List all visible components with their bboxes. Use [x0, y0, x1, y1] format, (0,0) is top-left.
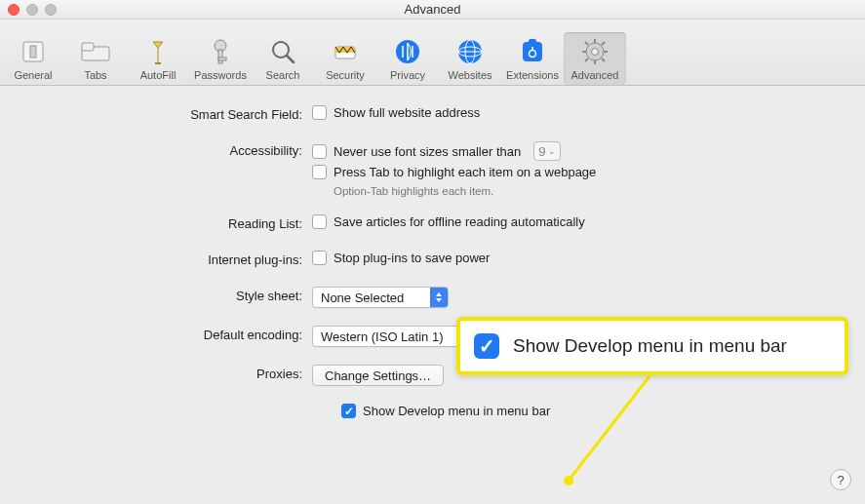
tab-security[interactable]: Security	[314, 32, 376, 85]
tab-label: Tabs	[64, 69, 127, 81]
checkbox-label: Press Tab to highlight each item on a we…	[334, 165, 596, 179]
checkbox-checked-icon	[474, 333, 499, 359]
svg-rect-5	[218, 50, 222, 63]
privacy-icon	[376, 34, 439, 69]
checkbox-label: Never use font sizes smaller than	[334, 144, 521, 159]
advanced-icon	[564, 34, 626, 69]
checkbox-label: Stop plug-ins to save power	[334, 251, 490, 265]
help-icon: ?	[837, 473, 844, 487]
zoom-window-button[interactable]	[45, 4, 57, 16]
updown-arrows-icon	[430, 288, 448, 307]
empty-label	[20, 404, 312, 406]
svg-line-29	[585, 58, 588, 61]
tab-label: Search	[252, 69, 314, 81]
svg-point-32	[564, 476, 573, 485]
button-label: Change Settings…	[325, 368, 431, 383]
tab-label: AutoFill	[127, 69, 189, 81]
passwords-icon	[189, 34, 252, 69]
tab-search[interactable]: Search	[252, 32, 314, 85]
websites-icon	[439, 34, 501, 69]
search-icon	[252, 34, 314, 69]
style-sheet-select[interactable]: None Selected	[312, 287, 449, 308]
tab-tabs[interactable]: Tabs	[64, 32, 127, 85]
save-offline-checkbox[interactable]: Save articles for offline reading automa…	[312, 214, 585, 229]
press-tab-highlight-checkbox[interactable]: Press Tab to highlight each item on a we…	[312, 165, 596, 179]
checkbox-icon	[312, 165, 327, 179]
checkbox-label: Show full website address	[334, 105, 480, 120]
change-settings-button[interactable]: Change Settings…	[312, 365, 444, 386]
window-title: Advanced	[405, 2, 461, 17]
tab-label: General	[2, 69, 64, 81]
default-encoding-label: Default encoding:	[20, 326, 312, 342]
show-full-address-checkbox[interactable]: Show full website address	[312, 105, 480, 120]
checkbox-label: Show Develop menu in menu bar	[363, 404, 550, 418]
help-button[interactable]: ?	[830, 469, 851, 490]
tab-label: Privacy	[376, 69, 439, 81]
checkbox-label: Save articles for offline reading automa…	[334, 214, 585, 229]
smart-search-label: Smart Search Field:	[20, 105, 312, 122]
svg-rect-6	[218, 58, 226, 60]
checkbox-icon	[312, 144, 327, 159]
tab-label: Security	[314, 69, 376, 81]
tab-websites[interactable]: Websites	[439, 32, 501, 85]
traffic-lights	[8, 4, 57, 16]
show-develop-menu-checkbox[interactable]: Show Develop menu in menu bar	[341, 404, 550, 418]
select-value: None Selected	[321, 291, 404, 305]
tab-label: Passwords	[189, 69, 252, 81]
tab-label: Advanced	[564, 69, 626, 81]
svg-point-22	[592, 49, 599, 56]
general-icon	[2, 34, 64, 69]
select-value: 9	[538, 144, 545, 159]
select-value: Western (ISO Latin 1)	[321, 330, 443, 344]
svg-rect-18	[529, 39, 536, 45]
window-titlebar: Advanced	[0, 0, 865, 19]
annotation-callout: Show Develop menu in menu bar	[456, 317, 848, 375]
callout-text: Show Develop menu in menu bar	[513, 335, 787, 357]
style-sheet-label: Style sheet:	[20, 287, 312, 303]
tab-advanced[interactable]: Advanced	[564, 32, 626, 85]
never-use-small-fonts-checkbox[interactable]: Never use font sizes smaller than 9 ⌄	[312, 141, 561, 161]
svg-line-8	[287, 56, 294, 62]
close-window-button[interactable]	[8, 4, 20, 16]
internet-plugins-label: Internet plug-ins:	[20, 251, 312, 267]
autofill-icon	[127, 34, 189, 69]
tab-extensions[interactable]: Extensions	[501, 32, 564, 85]
checkbox-icon	[312, 105, 327, 120]
settings-panel: Smart Search Field: Show full website ad…	[0, 86, 865, 440]
tab-label: Websites	[439, 69, 501, 81]
min-font-size-select[interactable]: 9 ⌄	[533, 141, 561, 161]
extensions-icon	[501, 34, 564, 69]
reading-list-label: Reading List:	[20, 214, 312, 231]
tab-general[interactable]: General	[2, 32, 64, 85]
minimize-window-button[interactable]	[26, 4, 38, 16]
stop-plugins-checkbox[interactable]: Stop plug-ins to save power	[312, 251, 490, 265]
accessibility-label: Accessibility:	[20, 141, 312, 158]
tabs-icon	[64, 34, 127, 69]
checkbox-icon	[312, 251, 327, 265]
tab-label: Extensions	[501, 69, 564, 81]
svg-rect-1	[30, 46, 36, 58]
checkbox-icon	[312, 214, 327, 229]
proxies-label: Proxies:	[20, 365, 312, 381]
svg-line-30	[602, 42, 605, 45]
tab-privacy[interactable]: Privacy	[376, 32, 439, 85]
tab-passwords[interactable]: Passwords	[189, 32, 252, 85]
chevron-down-icon: ⌄	[548, 146, 556, 156]
tab-autofill[interactable]: AutoFill	[127, 32, 189, 85]
checkbox-icon	[341, 404, 356, 418]
svg-line-27	[585, 42, 588, 45]
accessibility-hint: Option-Tab highlights each item.	[334, 185, 493, 197]
preferences-toolbar: General Tabs AutoFill Passwords Search S…	[0, 19, 865, 86]
svg-rect-3	[82, 43, 94, 51]
security-icon	[314, 34, 376, 69]
svg-line-28	[602, 58, 605, 61]
